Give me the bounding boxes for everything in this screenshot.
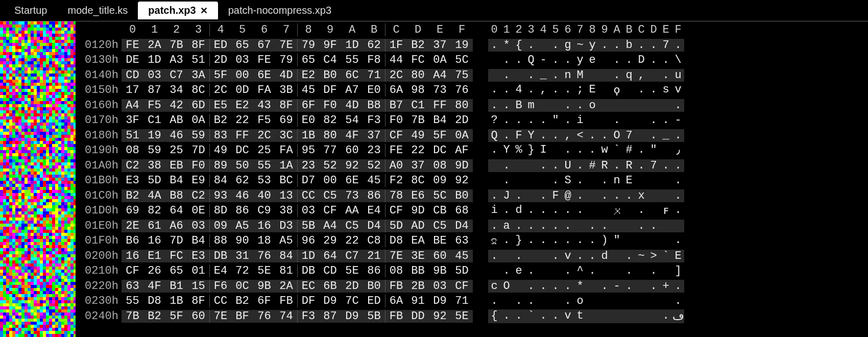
hex-byte[interactable]: 6B xyxy=(319,280,341,293)
hex-byte[interactable]: 9F xyxy=(319,39,341,52)
hex-byte[interactable]: D4 xyxy=(363,220,385,232)
ascii-char[interactable]: . xyxy=(586,143,598,157)
ascii-char[interactable] xyxy=(586,114,598,127)
ascii-char[interactable] xyxy=(549,143,562,157)
ascii-char[interactable] xyxy=(586,69,598,82)
ascii-char[interactable]: E xyxy=(586,83,598,97)
ascii-char[interactable] xyxy=(586,309,598,323)
ascii-char[interactable]: . xyxy=(513,54,525,66)
hex-byte[interactable]: 78 xyxy=(385,189,407,202)
hex-byte[interactable]: 72 xyxy=(231,264,253,277)
ascii-char[interactable]: . xyxy=(500,69,513,82)
hex-byte[interactable]: BF xyxy=(231,310,253,323)
ascii-char[interactable]: . xyxy=(513,309,525,323)
hex-byte[interactable]: 9D xyxy=(451,159,473,172)
hex-byte[interactable]: 89 xyxy=(209,159,231,172)
ascii-char[interactable] xyxy=(586,295,598,307)
ascii-char[interactable]: . xyxy=(525,69,537,82)
hex-byte[interactable]: 08 xyxy=(429,159,451,172)
hex-byte[interactable]: 03 xyxy=(297,204,319,217)
hex-byte[interactable]: 4A xyxy=(143,189,165,202)
ascii-char[interactable] xyxy=(500,250,513,262)
ascii-char[interactable]: } xyxy=(525,143,537,157)
ascii-char[interactable]: . xyxy=(647,39,660,52)
ascii-char[interactable]: ` xyxy=(525,309,537,323)
ascii-char[interactable] xyxy=(513,280,525,293)
hex-byte[interactable]: CD xyxy=(122,69,143,82)
hex-byte[interactable]: F2 xyxy=(385,174,407,187)
ascii-char[interactable] xyxy=(635,264,647,277)
hex-byte[interactable]: 26 xyxy=(143,264,165,277)
ascii-char[interactable]: * xyxy=(500,39,513,52)
tab-mode-title-ks[interactable]: mode_title.ks xyxy=(57,2,138,19)
hex-byte[interactable]: 81 xyxy=(275,264,297,277)
hex-byte[interactable]: 87 xyxy=(319,310,341,323)
hex-byte[interactable]: 42 xyxy=(165,99,187,112)
hex-byte[interactable]: 76 xyxy=(253,310,275,323)
hex-byte[interactable]: 92 xyxy=(451,174,473,187)
ascii-char[interactable] xyxy=(488,174,500,187)
hex-byte[interactable]: D3 xyxy=(275,220,297,232)
ascii-char[interactable]: . xyxy=(586,220,598,232)
ascii-char[interactable]: + xyxy=(660,280,672,293)
hex-byte[interactable]: 2C xyxy=(385,69,407,82)
hex-byte[interactable]: 43 xyxy=(253,99,275,112)
ascii-char[interactable]: . xyxy=(500,114,513,127)
hex-byte[interactable]: 0A xyxy=(429,54,451,66)
ascii-char[interactable]: R xyxy=(598,159,611,172)
ascii-char[interactable] xyxy=(623,83,635,97)
ascii-char[interactable] xyxy=(500,295,513,307)
close-icon[interactable]: ✕ xyxy=(200,5,208,16)
ascii-char[interactable]: ) xyxy=(598,234,611,248)
hex-byte[interactable]: F5 xyxy=(143,99,165,112)
hex-byte[interactable]: 73 xyxy=(429,84,451,97)
ascii-char[interactable]: E xyxy=(623,174,635,187)
ascii-char[interactable]: . xyxy=(635,143,647,157)
hex-byte[interactable]: 5B xyxy=(297,220,319,232)
minimap[interactable] xyxy=(0,21,76,337)
hex-byte[interactable]: 49 xyxy=(407,129,429,142)
hex-byte[interactable]: A4 xyxy=(429,69,451,82)
hex-byte[interactable]: 03 xyxy=(187,220,209,232)
hex-byte[interactable]: 5E xyxy=(253,264,275,277)
hex-byte[interactable]: ED xyxy=(363,295,385,307)
hex-byte[interactable]: 13 xyxy=(275,189,297,202)
hex-byte[interactable]: 63 xyxy=(451,234,473,247)
ascii-char[interactable] xyxy=(537,264,549,277)
ascii-char[interactable]: Q xyxy=(525,54,537,66)
ascii-char[interactable]: , xyxy=(537,83,549,97)
ascii-char[interactable]: . xyxy=(562,143,574,157)
hex-byte[interactable]: 3F xyxy=(122,114,143,127)
ascii-char[interactable]: _ xyxy=(537,69,549,82)
hex-byte[interactable]: 6F xyxy=(297,99,319,112)
ascii-char[interactable]: . xyxy=(672,174,684,187)
ascii-char[interactable]: ꜰ xyxy=(660,204,672,218)
ascii-char[interactable] xyxy=(598,114,611,127)
hex-byte[interactable]: 7D xyxy=(187,144,209,157)
hex-byte[interactable]: 52 xyxy=(363,159,385,172)
hex-byte[interactable]: 60 xyxy=(341,144,363,157)
ascii-char[interactable] xyxy=(598,69,611,82)
hex-byte[interactable]: 7C xyxy=(341,295,363,307)
ascii-char[interactable] xyxy=(635,280,647,293)
ascii-char[interactable]: - xyxy=(537,54,549,66)
hex-byte[interactable]: BC xyxy=(275,174,297,187)
hex-byte[interactable]: 6D xyxy=(187,99,209,112)
hex-byte[interactable]: 0C xyxy=(231,280,253,293)
hex-byte[interactable]: 49 xyxy=(209,144,231,157)
hex-byte[interactable]: 2A xyxy=(143,39,165,52)
ascii-char[interactable]: . xyxy=(513,220,525,232)
ascii-char[interactable]: . xyxy=(635,159,647,172)
hex-byte[interactable]: 53 xyxy=(253,174,275,187)
ascii-char[interactable]: . xyxy=(586,234,598,248)
ascii-char[interactable]: 7 xyxy=(660,39,672,52)
ascii-char[interactable] xyxy=(525,189,537,202)
ascii-char[interactable]: Y xyxy=(500,143,513,157)
hex-byte[interactable]: 6A xyxy=(385,295,407,307)
hex-byte[interactable]: DB xyxy=(209,250,231,262)
ascii-char[interactable]: . xyxy=(598,129,611,142)
ascii-char[interactable] xyxy=(623,99,635,112)
hex-byte[interactable]: 5C xyxy=(429,189,451,202)
ascii-char[interactable] xyxy=(660,295,672,307)
hex-byte[interactable]: 5D xyxy=(451,264,473,277)
